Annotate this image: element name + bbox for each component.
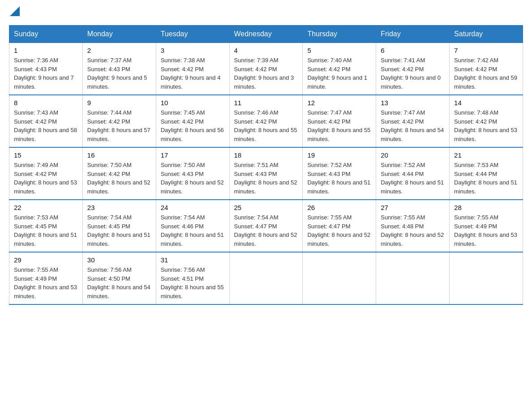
day-cell: 18 Sunrise: 7:51 AM Sunset: 4:43 PM Dayl… xyxy=(229,147,303,200)
day-cell xyxy=(376,252,450,304)
day-info: Sunrise: 7:39 AM Sunset: 4:42 PM Dayligh… xyxy=(234,56,298,91)
day-number: 3 xyxy=(161,47,225,54)
day-cell xyxy=(229,252,303,304)
day-cell: 27 Sunrise: 7:55 AM Sunset: 4:48 PM Dayl… xyxy=(376,200,450,252)
day-cell: 15 Sunrise: 7:49 AM Sunset: 4:42 PM Dayl… xyxy=(9,147,83,200)
day-cell: 28 Sunrise: 7:55 AM Sunset: 4:49 PM Dayl… xyxy=(450,200,523,252)
weekday-header-row: SundayMondayTuesdayWednesdayThursdayFrid… xyxy=(9,26,523,43)
day-number: 17 xyxy=(161,151,225,159)
day-info: Sunrise: 7:52 AM Sunset: 4:44 PM Dayligh… xyxy=(381,161,445,196)
day-cell xyxy=(450,252,523,304)
day-cell: 26 Sunrise: 7:55 AM Sunset: 4:47 PM Dayl… xyxy=(303,200,376,252)
day-info: Sunrise: 7:56 AM Sunset: 4:50 PM Dayligh… xyxy=(87,265,151,300)
logo-triangle-icon xyxy=(10,6,20,16)
day-number: 25 xyxy=(234,204,298,211)
page-header xyxy=(9,9,523,16)
day-info: Sunrise: 7:40 AM Sunset: 4:42 PM Dayligh… xyxy=(307,56,371,91)
day-cell: 30 Sunrise: 7:56 AM Sunset: 4:50 PM Dayl… xyxy=(82,252,156,304)
day-info: Sunrise: 7:55 AM Sunset: 4:48 PM Dayligh… xyxy=(381,213,445,248)
day-number: 19 xyxy=(307,151,371,159)
day-info: Sunrise: 7:47 AM Sunset: 4:42 PM Dayligh… xyxy=(381,108,445,143)
day-number: 13 xyxy=(381,99,445,107)
day-number: 20 xyxy=(381,151,445,159)
day-cell: 31 Sunrise: 7:56 AM Sunset: 4:51 PM Dayl… xyxy=(156,252,229,304)
day-info: Sunrise: 7:51 AM Sunset: 4:43 PM Dayligh… xyxy=(234,161,298,196)
day-number: 4 xyxy=(234,47,298,54)
day-number: 24 xyxy=(161,204,225,211)
day-info: Sunrise: 7:54 AM Sunset: 4:47 PM Dayligh… xyxy=(234,213,298,248)
day-cell: 6 Sunrise: 7:41 AM Sunset: 4:42 PM Dayli… xyxy=(376,43,450,95)
day-cell: 22 Sunrise: 7:53 AM Sunset: 4:45 PM Dayl… xyxy=(9,200,83,252)
day-info: Sunrise: 7:52 AM Sunset: 4:43 PM Dayligh… xyxy=(307,161,371,196)
day-cell: 13 Sunrise: 7:47 AM Sunset: 4:42 PM Dayl… xyxy=(376,95,450,147)
day-cell: 12 Sunrise: 7:47 AM Sunset: 4:42 PM Dayl… xyxy=(303,95,376,147)
calendar-table: SundayMondayTuesdayWednesdayThursdayFrid… xyxy=(9,25,523,305)
day-number: 15 xyxy=(14,151,78,159)
week-row-1: 1 Sunrise: 7:36 AM Sunset: 4:43 PM Dayli… xyxy=(9,43,523,95)
day-cell: 19 Sunrise: 7:52 AM Sunset: 4:43 PM Dayl… xyxy=(303,147,376,200)
day-info: Sunrise: 7:46 AM Sunset: 4:42 PM Dayligh… xyxy=(234,108,298,143)
day-info: Sunrise: 7:42 AM Sunset: 4:42 PM Dayligh… xyxy=(454,56,518,91)
week-row-5: 29 Sunrise: 7:55 AM Sunset: 4:49 PM Dayl… xyxy=(9,252,523,304)
day-cell: 17 Sunrise: 7:50 AM Sunset: 4:43 PM Dayl… xyxy=(156,147,229,200)
weekday-header-sunday: Sunday xyxy=(9,26,83,43)
day-number: 16 xyxy=(87,151,151,159)
day-cell: 25 Sunrise: 7:54 AM Sunset: 4:47 PM Dayl… xyxy=(229,200,303,252)
day-number: 26 xyxy=(307,204,371,211)
day-cell: 1 Sunrise: 7:36 AM Sunset: 4:43 PM Dayli… xyxy=(9,43,83,95)
day-info: Sunrise: 7:56 AM Sunset: 4:51 PM Dayligh… xyxy=(161,265,225,300)
week-row-4: 22 Sunrise: 7:53 AM Sunset: 4:45 PM Dayl… xyxy=(9,200,523,252)
day-info: Sunrise: 7:53 AM Sunset: 4:45 PM Dayligh… xyxy=(14,213,78,248)
day-info: Sunrise: 7:47 AM Sunset: 4:42 PM Dayligh… xyxy=(307,108,371,143)
day-info: Sunrise: 7:50 AM Sunset: 4:42 PM Dayligh… xyxy=(87,161,151,196)
day-info: Sunrise: 7:44 AM Sunset: 4:42 PM Dayligh… xyxy=(87,108,151,143)
day-cell: 10 Sunrise: 7:45 AM Sunset: 4:42 PM Dayl… xyxy=(156,95,229,147)
weekday-header-tuesday: Tuesday xyxy=(156,26,229,43)
svg-marker-0 xyxy=(10,6,20,16)
day-number: 9 xyxy=(87,99,151,107)
day-info: Sunrise: 7:55 AM Sunset: 4:49 PM Dayligh… xyxy=(14,265,78,300)
day-number: 8 xyxy=(14,99,78,107)
day-cell: 3 Sunrise: 7:38 AM Sunset: 4:42 PM Dayli… xyxy=(156,43,229,95)
day-info: Sunrise: 7:38 AM Sunset: 4:42 PM Dayligh… xyxy=(161,56,225,91)
day-cell: 8 Sunrise: 7:43 AM Sunset: 4:42 PM Dayli… xyxy=(9,95,83,147)
weekday-header-friday: Friday xyxy=(376,26,450,43)
day-number: 31 xyxy=(161,256,225,264)
day-number: 22 xyxy=(14,204,78,211)
day-number: 1 xyxy=(14,47,78,54)
day-number: 6 xyxy=(381,47,445,54)
day-cell: 14 Sunrise: 7:48 AM Sunset: 4:42 PM Dayl… xyxy=(450,95,523,147)
day-cell: 11 Sunrise: 7:46 AM Sunset: 4:42 PM Dayl… xyxy=(229,95,303,147)
day-number: 7 xyxy=(454,47,518,54)
day-cell: 9 Sunrise: 7:44 AM Sunset: 4:42 PM Dayli… xyxy=(82,95,156,147)
day-info: Sunrise: 7:48 AM Sunset: 4:42 PM Dayligh… xyxy=(454,108,518,143)
day-cell: 16 Sunrise: 7:50 AM Sunset: 4:42 PM Dayl… xyxy=(82,147,156,200)
day-number: 18 xyxy=(234,151,298,159)
day-info: Sunrise: 7:36 AM Sunset: 4:43 PM Dayligh… xyxy=(14,56,78,91)
calendar-body: 1 Sunrise: 7:36 AM Sunset: 4:43 PM Dayli… xyxy=(9,43,523,305)
day-number: 27 xyxy=(381,204,445,211)
day-info: Sunrise: 7:53 AM Sunset: 4:44 PM Dayligh… xyxy=(454,161,518,196)
day-number: 10 xyxy=(161,99,225,107)
day-cell: 21 Sunrise: 7:53 AM Sunset: 4:44 PM Dayl… xyxy=(450,147,523,200)
day-cell: 4 Sunrise: 7:39 AM Sunset: 4:42 PM Dayli… xyxy=(229,43,303,95)
day-number: 21 xyxy=(454,151,518,159)
day-info: Sunrise: 7:43 AM Sunset: 4:42 PM Dayligh… xyxy=(14,108,78,143)
day-cell: 23 Sunrise: 7:54 AM Sunset: 4:45 PM Dayl… xyxy=(82,200,156,252)
day-number: 30 xyxy=(87,256,151,264)
week-row-2: 8 Sunrise: 7:43 AM Sunset: 4:42 PM Dayli… xyxy=(9,95,523,147)
day-cell xyxy=(303,252,376,304)
day-cell: 29 Sunrise: 7:55 AM Sunset: 4:49 PM Dayl… xyxy=(9,252,83,304)
day-number: 5 xyxy=(307,47,371,54)
day-cell: 2 Sunrise: 7:37 AM Sunset: 4:43 PM Dayli… xyxy=(82,43,156,95)
weekday-header-thursday: Thursday xyxy=(303,26,376,43)
day-info: Sunrise: 7:41 AM Sunset: 4:42 PM Dayligh… xyxy=(381,56,445,91)
day-number: 28 xyxy=(454,204,518,211)
day-cell: 7 Sunrise: 7:42 AM Sunset: 4:42 PM Dayli… xyxy=(450,43,523,95)
day-info: Sunrise: 7:55 AM Sunset: 4:47 PM Dayligh… xyxy=(307,213,371,248)
day-number: 12 xyxy=(307,99,371,107)
logo xyxy=(9,9,20,16)
weekday-header-saturday: Saturday xyxy=(450,26,523,43)
day-number: 29 xyxy=(14,256,78,264)
day-number: 23 xyxy=(87,204,151,211)
